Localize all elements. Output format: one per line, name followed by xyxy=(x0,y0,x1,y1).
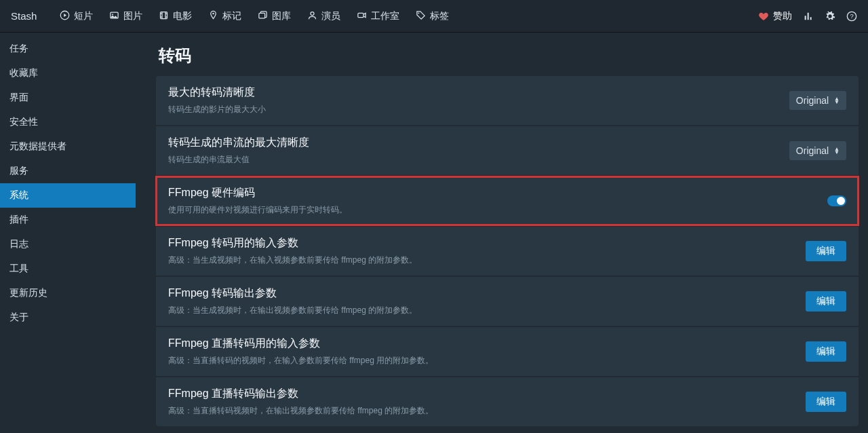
setting-row: FFmpeg 直播转码用的输入参数高级：当直播转码的视频时，在输入参数前要传给 … xyxy=(156,327,859,376)
nav-items: 短片图片电影标记图库演员工作室标签 xyxy=(53,6,758,26)
nav-item-film[interactable]: 电影 xyxy=(152,6,199,26)
image-icon xyxy=(109,10,119,22)
svg-rect-3 xyxy=(161,12,167,18)
svg-point-2 xyxy=(112,14,113,15)
setting-row: FFmpeg 直播转码输出参数高级：当直播转码视频时，在输出视频参数前要传给 f… xyxy=(156,377,859,426)
heart-icon xyxy=(758,11,769,22)
svg-rect-5 xyxy=(259,13,265,18)
sidebar-item[interactable]: 界面 xyxy=(0,86,136,110)
setting-title: 最大的转码清晰度 xyxy=(168,86,266,100)
brand-logo[interactable]: Stash xyxy=(11,10,37,22)
sidebar-item[interactable]: 元数据提供者 xyxy=(0,134,136,159)
svg-rect-7 xyxy=(358,13,363,17)
top-nav: Stash 短片图片电影标记图库演员工作室标签 赞助 ? xyxy=(0,0,868,33)
setting-subtitle: 转码生成的串流最大值 xyxy=(168,154,309,166)
setting-subtitle: 高级：当生成视频时，在输入视频参数前要传给 ffmpeg 的附加参数。 xyxy=(168,255,417,266)
setting-text: FFmpeg 转码输出参数高级：当生成视频时，在输出视频参数前要传给 ffmpe… xyxy=(168,286,417,316)
nav-right: 赞助 ? xyxy=(758,10,857,22)
setting-text: 转码生成的串流的最大清晰度转码生成的串流最大值 xyxy=(168,136,309,166)
sidebar-item[interactable]: 收藏库 xyxy=(0,61,136,86)
play-icon xyxy=(60,10,70,22)
tag-icon xyxy=(416,10,426,22)
setting-title: 转码生成的串流的最大清晰度 xyxy=(168,136,309,150)
setting-text: FFmpeg 硬件编码使用可用的硬件对视频进行编码来用于实时转码。 xyxy=(168,186,347,216)
edit-button[interactable]: 编辑 xyxy=(806,341,846,362)
sidebar-item[interactable]: 安全性 xyxy=(0,110,136,134)
nav-label: 工作室 xyxy=(371,10,399,22)
sidebar-item[interactable]: 工具 xyxy=(0,257,136,281)
nav-item-user[interactable]: 演员 xyxy=(300,6,347,26)
nav-item-play[interactable]: 短片 xyxy=(53,6,100,26)
select-dropdown[interactable]: Original▲▼ xyxy=(789,91,846,110)
svg-point-4 xyxy=(213,12,215,14)
setting-title: FFmpeg 直播转码输出参数 xyxy=(168,387,433,401)
setting-subtitle: 高级：当直播转码视频时，在输出视频参数前要传给 ffmpeg 的附加参数。 xyxy=(168,405,433,417)
nav-label: 标记 xyxy=(222,10,241,22)
sidebar-item[interactable]: 服务 xyxy=(0,159,136,183)
gear-icon[interactable] xyxy=(825,11,835,22)
sidebar-item[interactable]: 任务 xyxy=(0,37,136,61)
camera-icon xyxy=(357,10,367,22)
setting-subtitle: 转码生成的影片的最大大小 xyxy=(168,104,266,115)
svg-point-8 xyxy=(418,12,420,14)
nav-item-gallery[interactable]: 图库 xyxy=(251,6,298,26)
sponsor-label: 赞助 xyxy=(773,10,792,22)
section-title-transcode: 转码 xyxy=(159,45,859,67)
sidebar-item[interactable]: 日志 xyxy=(0,232,136,257)
settings-sidebar: 任务收藏库界面安全性元数据提供者服务系统插件日志工具更新历史关于 xyxy=(0,33,136,433)
sponsor-link[interactable]: 赞助 xyxy=(758,10,792,22)
setting-title: FFmpeg 直播转码用的输入参数 xyxy=(168,337,433,351)
sidebar-item[interactable]: 插件 xyxy=(0,208,136,232)
select-dropdown[interactable]: Original▲▼ xyxy=(789,141,846,160)
edit-button[interactable]: 编辑 xyxy=(806,392,846,412)
nav-label: 电影 xyxy=(173,10,192,22)
help-icon[interactable]: ? xyxy=(846,11,857,22)
sidebar-item[interactable]: 系统 xyxy=(0,183,136,208)
setting-title: FFmpeg 转码用的输入参数 xyxy=(168,236,417,250)
setting-text: 最大的转码清晰度转码生成的影片的最大大小 xyxy=(168,86,266,115)
select-value: Original xyxy=(796,145,829,156)
setting-text: FFmpeg 直播转码输出参数高级：当直播转码视频时，在输出视频参数前要传给 f… xyxy=(168,387,433,417)
setting-text: FFmpeg 直播转码用的输入参数高级：当直播转码的视频时，在输入参数前要传给 … xyxy=(168,337,433,366)
sidebar-item[interactable]: 关于 xyxy=(0,305,136,330)
setting-title: FFmpeg 硬件编码 xyxy=(168,186,347,200)
settings-main: 转码 最大的转码清晰度转码生成的影片的最大大小Original▲▼转码生成的串流… xyxy=(136,33,868,433)
sort-icon: ▲▼ xyxy=(834,97,840,104)
edit-button[interactable]: 编辑 xyxy=(806,291,846,312)
setting-text: FFmpeg 转码用的输入参数高级：当生成视频时，在输入视频参数前要传给 ffm… xyxy=(168,236,417,266)
stats-icon[interactable] xyxy=(803,11,814,22)
setting-subtitle: 使用可用的硬件对视频进行编码来用于实时转码。 xyxy=(168,204,347,216)
svg-text:?: ? xyxy=(850,13,853,20)
setting-row: FFmpeg 硬件编码使用可用的硬件对视频进行编码来用于实时转码。 xyxy=(156,176,859,225)
nav-label: 标签 xyxy=(430,10,449,22)
nav-item-camera[interactable]: 工作室 xyxy=(350,6,406,26)
setting-subtitle: 高级：当生成视频时，在输出视频参数前要传给 ffmpeg 的附加参数。 xyxy=(168,305,417,316)
marker-icon xyxy=(208,10,218,22)
toggle-switch[interactable] xyxy=(827,195,846,206)
edit-button[interactable]: 编辑 xyxy=(806,241,846,261)
setting-row: FFmpeg 转码输出参数高级：当生成视频时，在输出视频参数前要传给 ffmpe… xyxy=(156,277,859,326)
setting-title: FFmpeg 转码输出参数 xyxy=(168,286,417,301)
select-value: Original xyxy=(796,95,829,106)
svg-point-6 xyxy=(311,12,314,15)
nav-label: 图库 xyxy=(272,10,291,22)
nav-item-tag[interactable]: 标签 xyxy=(409,6,456,26)
nav-label: 演员 xyxy=(321,10,340,22)
nav-item-image[interactable]: 图片 xyxy=(102,6,149,26)
user-icon xyxy=(307,10,317,22)
nav-label: 图片 xyxy=(123,10,142,22)
nav-label: 短片 xyxy=(74,10,93,22)
setting-row: 转码生成的串流的最大清晰度转码生成的串流最大值Original▲▼ xyxy=(156,126,859,175)
setting-row: FFmpeg 转码用的输入参数高级：当生成视频时，在输入视频参数前要传给 ffm… xyxy=(156,227,859,276)
film-icon xyxy=(159,10,169,22)
gallery-icon xyxy=(258,10,268,22)
setting-row: 最大的转码清晰度转码生成的影片的最大大小Original▲▼ xyxy=(156,76,859,125)
sidebar-item[interactable]: 更新历史 xyxy=(0,281,136,305)
setting-subtitle: 高级：当直播转码的视频时，在输入参数前要传给 ffmpeg 用的附加参数。 xyxy=(168,355,433,366)
nav-item-marker[interactable]: 标记 xyxy=(201,6,248,26)
sort-icon: ▲▼ xyxy=(834,147,840,154)
